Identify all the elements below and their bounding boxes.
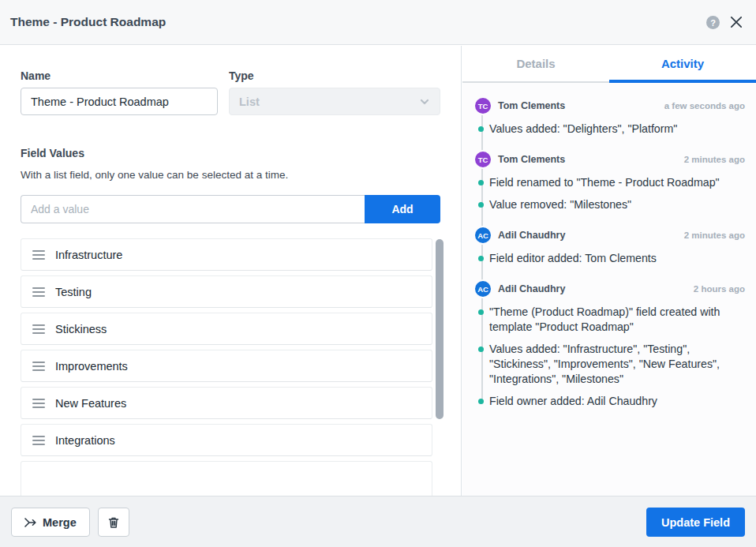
activity-entry: ACAdil Chaudhry2 hours ago"Theme (Produc… <box>473 280 745 409</box>
name-input[interactable] <box>21 88 218 115</box>
add-value-button[interactable]: Add <box>365 195 440 223</box>
activity-panel: Details Activity TCTom Clementsa few sec… <box>462 46 756 496</box>
activity-event: Values added: "Infrastructure", "Testing… <box>489 342 745 387</box>
activity-entry: ACAdil Chaudhry2 minutes agoField editor… <box>473 227 745 266</box>
value-label: Infrastructure <box>55 249 122 261</box>
name-label: Name <box>21 69 51 82</box>
drag-handle-icon[interactable] <box>32 287 45 297</box>
drag-handle-icon[interactable] <box>32 250 45 260</box>
drag-handle-icon[interactable] <box>32 362 45 371</box>
avatar: TC <box>473 150 492 169</box>
activity-event: Field editor added: Tom Clements <box>489 251 745 266</box>
type-label: Type <box>229 69 254 82</box>
activity-timestamp: 2 hours ago <box>694 284 745 294</box>
activity-event: "Theme (Product Roadmap)" field created … <box>489 305 745 335</box>
activity-timestamp: 2 minutes ago <box>684 155 745 164</box>
value-label: Testing <box>55 286 92 298</box>
add-value-row: Add <box>21 195 440 223</box>
activity-event: Field renamed to "Theme - Product Roadma… <box>489 175 745 190</box>
field-values-list: InfrastructureTestingStickinessImproveme… <box>21 238 432 496</box>
panel-tabs: Details Activity <box>462 46 756 83</box>
avatar: TC <box>473 96 492 115</box>
help-glyph: ? <box>710 18 716 28</box>
activity-event: Field owner added: Adil Chaudhry <box>489 394 745 409</box>
dialog-footer: Merge Update Field <box>0 496 756 547</box>
value-row-partial[interactable] <box>21 461 432 496</box>
value-row[interactable]: Improvements <box>21 350 432 382</box>
activity-user-name: Tom Clements <box>498 100 565 111</box>
activity-feed: TCTom Clementsa few seconds agoValues ad… <box>462 83 756 496</box>
activity-entry: TCTom Clementsa few seconds agoValues ad… <box>473 97 745 137</box>
activity-timestamp: 2 minutes ago <box>684 230 745 240</box>
value-label: Improvements <box>55 360 128 373</box>
value-row[interactable]: Testing <box>21 275 432 308</box>
avatar: AC <box>473 279 492 298</box>
drag-handle-icon[interactable] <box>32 324 45 334</box>
field-values-heading: Field Values <box>21 147 84 159</box>
value-label: Stickiness <box>55 323 107 335</box>
value-row[interactable]: Stickiness <box>21 313 432 345</box>
activity-user-name: Tom Clements <box>498 154 565 165</box>
value-row[interactable]: New Features <box>21 387 432 419</box>
activity-entry: TCTom Clements2 minutes agoField renamed… <box>473 151 745 212</box>
merge-button[interactable]: Merge <box>11 508 90 537</box>
field-settings-panel: Name Type List Field Values With a list … <box>0 46 462 496</box>
dialog-header: Theme - Product Roadmap ? <box>0 0 756 45</box>
activity-event: Value removed: "Milestones" <box>489 197 745 212</box>
type-select: List <box>229 88 440 115</box>
field-values-hint: With a list field, only one value can be… <box>21 169 288 181</box>
merge-icon <box>24 516 37 529</box>
trash-icon <box>107 516 120 529</box>
help-icon[interactable]: ? <box>706 16 720 29</box>
add-value-input[interactable] <box>21 195 365 223</box>
tab-activity[interactable]: Activity <box>609 46 756 81</box>
close-icon[interactable] <box>729 15 743 29</box>
dialog-title: Theme - Product Roadmap <box>10 15 166 29</box>
activity-event: Values added: "Delighters", "Platform" <box>489 122 745 137</box>
merge-label: Merge <box>43 516 77 529</box>
value-label: Integrations <box>55 434 115 447</box>
avatar: AC <box>473 226 492 245</box>
chevron-down-icon <box>419 96 430 107</box>
drag-handle-icon[interactable] <box>32 399 45 408</box>
value-row[interactable]: Infrastructure <box>21 238 432 271</box>
activity-timestamp: a few seconds ago <box>664 101 745 111</box>
type-value: List <box>239 96 260 108</box>
update-field-button[interactable]: Update Field <box>646 508 745 537</box>
dialog-body: Name Type List Field Values With a list … <box>0 46 756 496</box>
activity-user-name: Adil Chaudhry <box>498 283 565 294</box>
drag-handle-icon[interactable] <box>32 436 45 445</box>
tab-details[interactable]: Details <box>462 46 609 81</box>
field-edit-dialog: Theme - Product Roadmap ? Name Type List… <box>0 0 756 547</box>
list-scrollbar-thumb[interactable] <box>436 239 443 419</box>
value-label: New Features <box>55 397 126 410</box>
delete-field-button[interactable] <box>98 508 129 537</box>
value-row[interactable]: Integrations <box>21 424 432 456</box>
activity-user-name: Adil Chaudhry <box>498 230 565 241</box>
